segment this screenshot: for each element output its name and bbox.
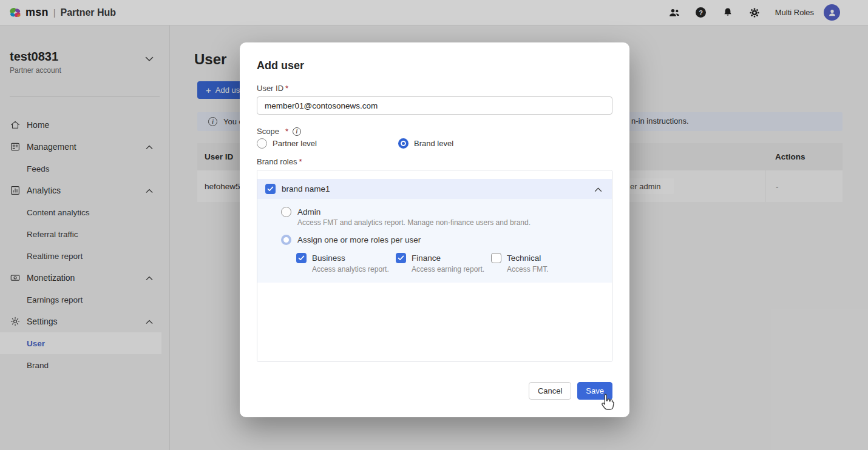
role-technical: Technical Access FMT. — [491, 253, 549, 274]
brand-roles-panel: brand name1 Admin Access FMT and analyti… — [257, 170, 612, 362]
business-description: Access analytics report. — [312, 265, 396, 274]
admin-description: Access FMT and analytics report. Manage … — [297, 218, 612, 227]
dialog-title: Add user — [257, 58, 612, 73]
required-asterisk: * — [285, 127, 288, 136]
finance-description: Access earning report. — [412, 265, 491, 274]
user-id-label: User ID* — [257, 84, 612, 93]
brand-roles-options: Admin Access FMT and analytics report. M… — [257, 199, 612, 283]
user-id-input[interactable] — [257, 96, 612, 115]
brand-roles-label: Brand roles* — [257, 157, 612, 166]
panel-empty-area — [257, 283, 612, 361]
checkbox-unchecked-icon — [491, 253, 501, 263]
checkbox-checked-icon — [396, 253, 406, 263]
assign-roles-radio[interactable]: Assign one or more roles per user — [281, 235, 612, 245]
scope-label-row: Scope* i — [257, 127, 612, 136]
dialog-footer: Cancel Save — [529, 382, 612, 400]
brand-roles-combobox[interactable] — [257, 170, 612, 179]
scope-partner-radio[interactable]: Partner level — [257, 138, 317, 149]
technical-checkbox[interactable]: Technical — [491, 253, 549, 263]
scope-info-icon[interactable]: i — [293, 127, 301, 136]
cancel-button[interactable]: Cancel — [529, 382, 571, 400]
checkbox-checked-icon — [296, 253, 307, 263]
scope-label: Scope — [257, 127, 279, 136]
check-icon — [267, 186, 274, 192]
scope-brand-radio[interactable]: Brand level — [398, 138, 453, 149]
assign-label: Assign one or more roles per user — [297, 235, 421, 244]
brand-name-label: brand name1 — [282, 184, 330, 193]
role-finance: Finance Access earning report. — [396, 253, 491, 274]
save-button[interactable]: Save — [577, 382, 612, 400]
required-asterisk: * — [285, 84, 288, 93]
add-user-dialog: Add user User ID* Scope* i Partner level… — [240, 42, 629, 417]
partner-hub-app: msn | Partner Hub ? — [0, 0, 868, 450]
admin-radio[interactable]: Admin — [281, 207, 612, 217]
chevron-up-icon[interactable] — [594, 184, 602, 195]
brand-row[interactable]: brand name1 — [257, 179, 612, 199]
finance-checkbox[interactable]: Finance — [396, 253, 491, 263]
brand-checkbox-checked[interactable] — [265, 184, 276, 194]
radio-selected-icon — [398, 138, 409, 149]
technical-description: Access FMT. — [507, 265, 549, 274]
radio-unselected-icon — [257, 138, 267, 149]
role-checkbox-group: Business Access analytics report. Financ… — [296, 253, 612, 274]
scope-radio-group: Partner level Brand level — [257, 138, 612, 149]
radio-unselected-icon — [281, 207, 291, 217]
radio-selected-light-icon — [281, 235, 291, 245]
role-business: Business Access analytics report. — [296, 253, 396, 274]
admin-label: Admin — [297, 207, 320, 217]
required-asterisk: * — [299, 157, 302, 166]
business-checkbox[interactable]: Business — [296, 253, 396, 263]
